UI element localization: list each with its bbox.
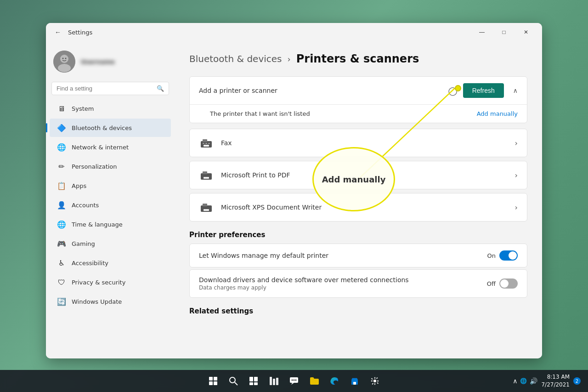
gaming-icon: 🎮: [57, 239, 66, 248]
sidebar-item-time[interactable]: 🌐 Time & language: [50, 215, 171, 233]
add-printer-label: Add a printer or scanner: [199, 87, 443, 94]
accessibility-icon: ♿: [57, 258, 66, 267]
notification-badge[interactable]: 2: [573, 377, 581, 385]
sidebar-item-accounts[interactable]: 👤 Accounts: [50, 196, 171, 214]
sidebar-item-label: Apps: [72, 182, 86, 189]
sidebar-item-label: Accounts: [72, 202, 99, 209]
window-title: Settings: [68, 29, 92, 36]
pref-title: Let Windows manage my default printer: [199, 252, 482, 259]
xps-icon: [199, 200, 214, 215]
sidebar-item-label: System: [72, 105, 94, 112]
add-printer-card: Add a printer or scanner ◯ Refresh ∧ The…: [189, 76, 527, 123]
default-printer-toggle[interactable]: [499, 250, 518, 261]
apps-icon: 📋: [57, 181, 66, 190]
search-taskbar-button[interactable]: [224, 372, 243, 390]
clock[interactable]: 8:13 AM 7/27/2021: [541, 373, 570, 389]
sidebar-item-gaming[interactable]: 🎮 Gaming: [50, 234, 171, 253]
sidebar-item-apps[interactable]: 📋 Apps: [50, 176, 171, 195]
widgets-button[interactable]: [265, 372, 283, 390]
add-manually-link[interactable]: Add manually: [477, 110, 518, 117]
add-printer-header: Add a printer or scanner ◯ Refresh ∧: [190, 77, 527, 104]
breadcrumb-separator: ›: [288, 54, 291, 64]
sidebar-item-accessibility[interactable]: ♿ Accessibility: [50, 254, 171, 272]
pref-desc: Data charges may apply: [199, 284, 481, 291]
svg-line-23: [235, 382, 237, 385]
collapse-icon[interactable]: ∧: [513, 87, 518, 94]
search-icon: 🔍: [157, 85, 164, 92]
explorer-button[interactable]: [305, 372, 323, 390]
update-icon: 🔄: [57, 297, 66, 306]
back-button[interactable]: ←: [51, 26, 64, 39]
svg-rect-36: [353, 382, 356, 385]
sidebar-item-label: Accessibility: [72, 260, 108, 267]
task-view-button[interactable]: [244, 372, 263, 390]
svg-rect-19: [214, 377, 217, 381]
volume-icon[interactable]: 🔊: [530, 377, 537, 385]
tray-chevron[interactable]: ∧: [513, 377, 517, 385]
taskbar: ∧ 🌐 🔊 8:13 AM 7/27/2021 2: [0, 370, 588, 392]
pref-title: Download drivers and device software ove…: [199, 276, 481, 284]
chat-button[interactable]: [285, 372, 303, 390]
refresh-button[interactable]: Refresh: [463, 83, 504, 98]
system-tray: ∧ 🌐 🔊: [513, 377, 537, 385]
pdf-icon: [199, 168, 214, 182]
close-button[interactable]: ✕: [515, 25, 537, 40]
svg-rect-6: [203, 139, 207, 142]
svg-rect-21: [214, 381, 217, 385]
related-settings-header: Related settings: [189, 307, 527, 315]
svg-point-32: [292, 380, 293, 381]
sidebar-item-update[interactable]: 🔄 Windows Update: [50, 292, 171, 311]
svg-point-22: [230, 377, 235, 383]
page-title: Printers & scanners: [296, 52, 419, 65]
sidebar-item-system[interactable]: 🖥 System: [50, 99, 171, 118]
chevron-right-icon: ›: [515, 203, 518, 212]
svg-point-4: [65, 58, 67, 59]
fax-icon: [199, 136, 214, 150]
svg-rect-20: [209, 381, 213, 385]
sidebar-item-bluetooth[interactable]: 🔷 Bluetooth & devices: [50, 119, 171, 137]
desktop: ← Settings — □ ✕: [0, 0, 588, 392]
printer-not-listed-row: The printer that I want isn't listed Add…: [190, 104, 527, 123]
minimize-button[interactable]: —: [471, 25, 492, 40]
edge-button[interactable]: [325, 372, 344, 390]
pdf-label: Microsoft Print to PDF: [221, 171, 508, 179]
maximize-button[interactable]: □: [493, 25, 514, 40]
search-input[interactable]: [57, 85, 153, 92]
time-icon: 🌐: [57, 220, 66, 229]
pdf-device-card[interactable]: Microsoft Print to PDF ›: [189, 161, 527, 189]
user-name: Username: [81, 58, 115, 65]
printer-not-listed-label: The printer that I want isn't listed: [210, 110, 310, 117]
language-icon[interactable]: 🌐: [520, 378, 527, 384]
svg-rect-24: [249, 377, 253, 381]
sidebar-item-label: Privacy & security: [72, 279, 125, 286]
fax-label: Fax: [221, 139, 508, 147]
settings-taskbar-button[interactable]: [366, 372, 384, 390]
privacy-icon: 🛡: [57, 278, 66, 287]
personalization-icon: ✏️: [57, 162, 66, 171]
breadcrumb-parent[interactable]: Bluetooth & devices: [189, 53, 282, 64]
search-box[interactable]: 🔍: [51, 82, 169, 95]
fax-device-card[interactable]: Fax ›: [189, 129, 527, 157]
chevron-right-icon: ›: [515, 139, 518, 148]
svg-rect-29: [273, 379, 275, 385]
sidebar-item-network[interactable]: 🌐 Network & internet: [50, 138, 171, 156]
store-button[interactable]: [345, 372, 364, 390]
sidebar-item-privacy[interactable]: 🛡 Privacy & security: [50, 273, 171, 291]
time-display: 8:13 AM: [541, 373, 570, 381]
start-button[interactable]: [204, 372, 222, 390]
pref-content: Let Windows manage my default printer: [199, 252, 482, 259]
sidebar-item-label: Windows Update: [72, 298, 122, 305]
taskbar-icons: [204, 372, 384, 390]
svg-rect-8: [203, 143, 204, 144]
sidebar-item-personalization[interactable]: ✏️ Personalization: [50, 157, 171, 176]
svg-rect-28: [270, 377, 272, 385]
sidebar-item-label: Personalization: [72, 163, 117, 170]
main-content: Username 🔍 🖥 System 🔷 Bluetooth & device…: [46, 41, 542, 358]
content-area: Bluetooth & devices › Printers & scanner…: [175, 41, 542, 358]
sidebar: Username 🔍 🖥 System 🔷 Bluetooth & device…: [46, 41, 175, 358]
xps-device-card[interactable]: Microsoft XPS Document Writer ›: [189, 193, 527, 222]
svg-rect-18: [209, 377, 213, 381]
svg-rect-9: [205, 143, 207, 144]
window-controls: — □ ✕: [471, 25, 537, 40]
metered-connections-toggle[interactable]: [499, 278, 518, 289]
